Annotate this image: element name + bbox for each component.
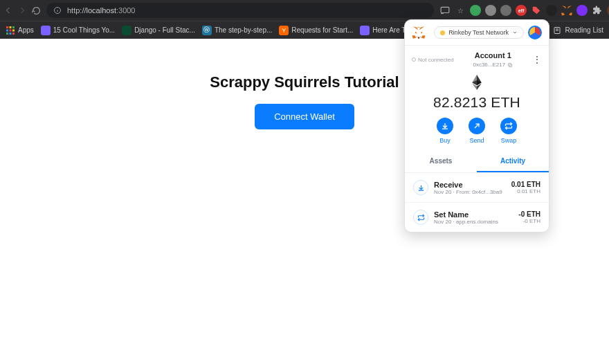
transaction-row[interactable]: ReceiveNov 20 · From: 0x4cf...3ba9 0.01 … — [405, 173, 549, 203]
bookmark-label: 15 Cool Things Yo... — [53, 26, 115, 34]
svg-marker-29 — [417, 27, 420, 28]
swap-icon — [505, 122, 513, 130]
reading-list-icon — [552, 26, 562, 35]
puzzle-icon[interactable] — [592, 5, 603, 16]
ext-eff-icon[interactable]: eff — [516, 5, 527, 16]
transaction-row[interactable]: Set NameNov 20 · app.ens.domains -0 ETH-… — [405, 203, 549, 232]
send-button[interactable]: Send — [469, 118, 485, 144]
svg-marker-7 — [561, 13, 565, 16]
apps-shortcut[interactable]: Apps — [6, 26, 34, 35]
action-label: Buy — [439, 137, 451, 144]
network-status-dot-icon — [440, 30, 445, 35]
buy-button[interactable]: Buy — [437, 118, 453, 144]
svg-rect-11 — [6, 29, 8, 31]
svg-marker-22 — [421, 35, 426, 39]
reading-list-label: Reading List — [565, 26, 603, 34]
account-menu-button[interactable]: ⋮ — [532, 56, 542, 63]
metamask-fox-icon — [412, 26, 426, 39]
status-dot-icon — [412, 57, 416, 62]
network-name: Rinkeby Test Network — [448, 29, 509, 36]
favicon-icon: ⓦ — [202, 26, 212, 35]
tx-amount: 0.01 ETH — [511, 181, 540, 188]
connection-status-label: Not connected — [418, 57, 454, 63]
ext-green-icon[interactable] — [470, 5, 481, 16]
tx-title: Set Name — [434, 210, 513, 219]
svg-marker-28 — [421, 32, 423, 34]
ext-black-icon[interactable] — [546, 5, 557, 16]
bookmark-star-icon[interactable]: ☆ — [455, 5, 466, 16]
bookmark-label: Requests for Start... — [291, 26, 353, 34]
svg-marker-4 — [567, 6, 572, 9]
account-name[interactable]: Account 1 — [473, 51, 513, 60]
url-protocol: http:// — [67, 6, 87, 15]
arrow-up-right-icon — [473, 122, 481, 130]
bookmark-item[interactable]: 15 Cool Things Yo... — [41, 26, 115, 35]
bookmark-label: The step-by-step... — [215, 26, 272, 34]
svg-rect-12 — [10, 29, 12, 31]
ext-grey-icon[interactable] — [485, 5, 496, 16]
ext-purple-icon[interactable] — [576, 5, 588, 16]
svg-marker-23 — [412, 35, 417, 39]
bookmark-item[interactable]: YRequests for Start... — [279, 26, 353, 35]
svg-rect-10 — [12, 26, 15, 28]
back-button[interactable] — [4, 3, 12, 17]
tab-assets[interactable]: Assets — [405, 151, 477, 172]
svg-marker-5 — [562, 6, 566, 9]
url-host: localhost — [87, 6, 116, 15]
reading-list-button[interactable]: Reading List — [552, 26, 603, 35]
swap-button[interactable]: Swap — [500, 118, 517, 144]
svg-rect-3 — [441, 7, 449, 12]
action-label: Swap — [501, 137, 517, 144]
download-icon — [441, 122, 449, 130]
action-buttons-row: Buy Send Swap — [405, 118, 549, 151]
svg-line-40 — [475, 124, 479, 128]
bookmark-item[interactable]: ⓦThe step-by-step... — [202, 26, 272, 35]
network-selector[interactable]: Rinkeby Test Network — [434, 26, 524, 39]
account-row: Not connected Account 1 0xc36...E217 ⋮ — [405, 46, 549, 71]
metamask-header: Rinkeby Test Network — [405, 20, 549, 46]
forward-button[interactable] — [18, 3, 26, 17]
svg-rect-15 — [10, 33, 12, 35]
bookmark-label: Django - Full Stac... — [134, 26, 195, 34]
balance: 82.8213 ETH — [405, 94, 549, 111]
apps-icon — [6, 26, 15, 35]
tx-title: Receive — [434, 181, 506, 189]
svg-rect-14 — [6, 33, 8, 35]
contract-icon — [413, 210, 428, 225]
svg-rect-8 — [6, 26, 8, 28]
tx-subtitle: Nov 20 · app.ens.domains — [434, 219, 513, 225]
svg-rect-30 — [509, 64, 512, 66]
cast-icon[interactable] — [439, 5, 451, 16]
svg-rect-13 — [12, 29, 15, 31]
tabs: Assets Activity — [405, 151, 549, 173]
tx-amount: -0 ETH — [518, 210, 540, 218]
bookmark-item[interactable]: Django - Full Stac... — [122, 26, 195, 35]
favicon-icon — [360, 26, 370, 35]
tab-activity[interactable]: Activity — [477, 151, 549, 172]
tx-amount-secondary: 0.01 ETH — [511, 188, 540, 194]
reload-button[interactable] — [32, 3, 41, 17]
favicon-icon: Y — [279, 26, 289, 35]
url-field[interactable]: http://localhost:3000 — [46, 3, 434, 18]
extensions-tray: ☆ eff ⋮ — [439, 5, 609, 16]
metamask-ext-icon[interactable] — [561, 5, 572, 16]
svg-marker-24 — [416, 36, 417, 38]
svg-marker-26 — [418, 37, 420, 39]
info-icon — [53, 6, 62, 15]
svg-rect-31 — [508, 63, 511, 66]
connection-status[interactable]: Not connected — [412, 57, 454, 63]
svg-marker-25 — [419, 36, 421, 38]
metamask-popup: Rinkeby Test Network Not connected Accou… — [404, 19, 549, 233]
eth-logo-icon — [405, 75, 549, 91]
chevron-down-icon — [512, 30, 518, 35]
svg-marker-6 — [569, 13, 572, 16]
account-address[interactable]: 0xc36...E217 — [473, 62, 513, 68]
account-avatar[interactable] — [528, 26, 542, 39]
action-label: Send — [469, 137, 484, 144]
ext-tag-icon[interactable] — [531, 5, 542, 16]
svg-rect-9 — [10, 26, 12, 28]
connect-wallet-button[interactable]: Connect Wallet — [255, 104, 354, 129]
favicon-icon — [122, 26, 131, 35]
tx-amount-secondary: -0 ETH — [518, 218, 540, 224]
ext-grey2-icon[interactable] — [500, 5, 511, 16]
